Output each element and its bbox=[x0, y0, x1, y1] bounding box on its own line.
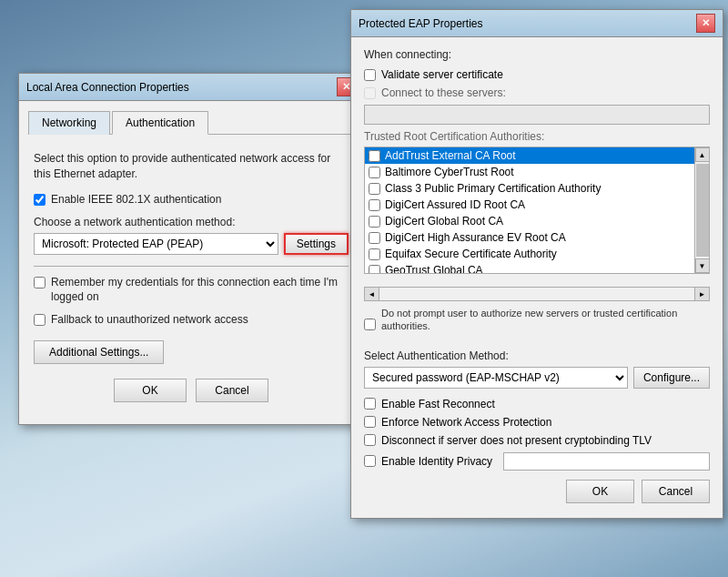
cert-checkbox-2[interactable] bbox=[369, 183, 380, 195]
cert-item-3[interactable]: DigiCert Assured ID Root CA bbox=[365, 197, 709, 213]
fallback-checkbox[interactable] bbox=[34, 314, 46, 326]
validate-server-checkbox[interactable] bbox=[364, 69, 376, 81]
cert-checkbox-3[interactable] bbox=[369, 199, 380, 211]
auth-method-dropdown[interactable]: Secured password (EAP-MSCHAP v2) bbox=[364, 367, 628, 389]
auth-method-row: Microsoft: Protected EAP (PEAP) Settings bbox=[34, 233, 349, 255]
no-prompt-row: Do not prompt user to authorize new serv… bbox=[364, 307, 710, 342]
local-connection-dialog: Local Area Connection Properties ✕ Netwo… bbox=[18, 73, 364, 425]
ieee-checkbox[interactable] bbox=[34, 194, 46, 206]
auth-method-dropdown[interactable]: Microsoft: Protected EAP (PEAP) bbox=[34, 233, 278, 255]
cert-checkbox-4[interactable] bbox=[369, 216, 380, 228]
identity-privacy-input[interactable] bbox=[503, 452, 710, 471]
cert-checkbox-6[interactable] bbox=[369, 248, 380, 260]
identity-privacy-label: Enable Identity Privacy bbox=[381, 455, 492, 468]
section-description: Select this option to provide authentica… bbox=[34, 151, 349, 182]
eap-titlebar-left: Protected EAP Properties bbox=[359, 17, 483, 30]
additional-settings-container: Additional Settings... bbox=[34, 340, 349, 364]
cert-item-2[interactable]: Class 3 Public Primary Certification Aut… bbox=[365, 180, 709, 197]
no-prompt-checkbox[interactable] bbox=[364, 319, 376, 330]
cert-item-0[interactable]: AddTrust External CA Root bbox=[365, 147, 709, 164]
scroll-up-arrow[interactable]: ▲ bbox=[695, 147, 710, 162]
cert-list-scrollbar[interactable]: ▲ ▼ bbox=[694, 147, 709, 273]
local-ok-button[interactable]: OK bbox=[114, 379, 187, 402]
remember-credentials-checkbox[interactable] bbox=[34, 277, 46, 288]
fast-reconnect-label: Enable Fast Reconnect bbox=[381, 398, 495, 410]
tab-bar: Networking Authentication bbox=[28, 110, 354, 135]
cryptobinding-label: Disconnect if server does not present cr… bbox=[381, 434, 652, 447]
scroll-right-arrow[interactable]: ► bbox=[694, 288, 709, 300]
trusted-root-label: Trusted Root Certification Authorities: bbox=[364, 130, 710, 143]
scroll-thumb[interactable] bbox=[696, 164, 709, 257]
cert-checkbox-1[interactable] bbox=[369, 167, 380, 178]
separator bbox=[34, 266, 349, 267]
cert-checkbox-0[interactable] bbox=[369, 150, 380, 162]
network-access-row: Enforce Network Access Protection bbox=[364, 416, 710, 429]
cert-item-1[interactable]: Baltimore CyberTrust Root bbox=[365, 164, 709, 180]
cert-list-container: AddTrust External CA Root Baltimore Cybe… bbox=[364, 147, 710, 274]
additional-settings-button[interactable]: Additional Settings... bbox=[34, 340, 164, 364]
connect-servers-input[interactable] bbox=[364, 105, 710, 125]
identity-privacy-checkbox[interactable] bbox=[364, 455, 376, 467]
eap-dialog-title: Protected EAP Properties bbox=[359, 17, 483, 30]
eap-titlebar: Protected EAP Properties ✕ bbox=[351, 10, 723, 37]
eap-dialog-content: When connecting: Validate server certifi… bbox=[351, 37, 723, 518]
cert-authority-list: AddTrust External CA Root Baltimore Cybe… bbox=[365, 147, 709, 273]
cryptobinding-row: Disconnect if server does not present cr… bbox=[364, 434, 710, 447]
cryptobinding-checkbox[interactable] bbox=[364, 434, 376, 446]
connect-servers-label: Connect to these servers: bbox=[381, 86, 506, 99]
eap-bottom-buttons: OK Cancel bbox=[364, 480, 710, 507]
network-access-label: Enforce Network Access Protection bbox=[381, 416, 551, 429]
identity-privacy-row: Enable Identity Privacy bbox=[364, 452, 710, 471]
cert-item-5[interactable]: DigiCert High Assurance EV Root CA bbox=[365, 229, 709, 246]
scroll-down-arrow[interactable]: ▼ bbox=[695, 258, 710, 273]
local-dialog-content: Networking Authentication Select this op… bbox=[19, 101, 363, 424]
cert-checkbox-7[interactable] bbox=[369, 265, 380, 275]
fallback-label: Fallback to unauthorized network access bbox=[51, 313, 248, 328]
configure-button[interactable]: Configure... bbox=[633, 367, 710, 389]
validate-server-row: Validate server certificate bbox=[364, 68, 710, 81]
network-access-checkbox[interactable] bbox=[364, 416, 376, 428]
horiz-scrollbar[interactable]: ◄ ► bbox=[364, 287, 710, 301]
local-cancel-button[interactable]: Cancel bbox=[196, 379, 268, 402]
connect-servers-row: Connect to these servers: bbox=[364, 86, 710, 99]
eap-properties-dialog: Protected EAP Properties ✕ When connecti… bbox=[350, 9, 723, 519]
local-bottom-buttons: OK Cancel bbox=[34, 379, 349, 408]
auth-method-row: Secured password (EAP-MSCHAP v2) Configu… bbox=[364, 367, 710, 389]
eap-cancel-button[interactable]: Cancel bbox=[642, 480, 710, 503]
cert-item-6[interactable]: Equifax Secure Certificate Authority bbox=[365, 246, 709, 262]
tab-authentication[interactable]: Authentication bbox=[112, 111, 208, 135]
eap-ok-button[interactable]: OK bbox=[566, 480, 634, 503]
no-prompt-label: Do not prompt user to authorize new serv… bbox=[381, 307, 710, 333]
fallback-row: Fallback to unauthorized network access bbox=[34, 313, 349, 328]
validate-server-label: Validate server certificate bbox=[381, 68, 503, 81]
local-dialog-titlebar: Local Area Connection Properties ✕ bbox=[19, 74, 363, 101]
fast-reconnect-row: Enable Fast Reconnect bbox=[364, 398, 710, 410]
when-connecting-label: When connecting: bbox=[364, 48, 710, 61]
cert-item-4[interactable]: DigiCert Global Root CA bbox=[365, 213, 709, 229]
scroll-left-arrow[interactable]: ◄ bbox=[365, 288, 379, 300]
cert-list-wrapper: AddTrust External CA Root Baltimore Cybe… bbox=[364, 147, 710, 281]
ieee-label: Enable IEEE 802.1X authentication bbox=[51, 193, 221, 208]
authentication-tab-content: Select this option to provide authentica… bbox=[28, 144, 354, 415]
tab-networking[interactable]: Networking bbox=[28, 111, 110, 135]
titlebar-left: Local Area Connection Properties bbox=[26, 81, 189, 94]
select-auth-label: Select Authentication Method: bbox=[364, 349, 710, 362]
fast-reconnect-checkbox[interactable] bbox=[364, 398, 376, 410]
cert-item-7[interactable]: GeoTrust Global CA bbox=[365, 262, 709, 274]
settings-button[interactable]: Settings bbox=[284, 233, 349, 255]
local-dialog-title: Local Area Connection Properties bbox=[26, 81, 189, 94]
auth-method-label: Choose a network authentication method: bbox=[34, 216, 349, 228]
eap-close-button[interactable]: ✕ bbox=[696, 14, 715, 33]
ieee-checkbox-row: Enable IEEE 802.1X authentication bbox=[34, 193, 349, 208]
connect-servers-checkbox[interactable] bbox=[364, 87, 376, 99]
remember-credentials-label: Remember my credentials for this connect… bbox=[51, 276, 349, 304]
remember-credentials-row: Remember my credentials for this connect… bbox=[34, 276, 349, 304]
cert-checkbox-5[interactable] bbox=[369, 232, 380, 244]
